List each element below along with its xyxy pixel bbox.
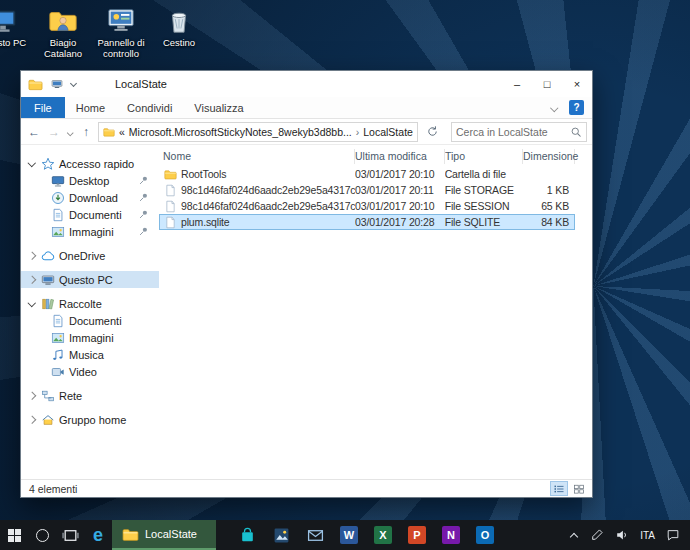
column-header-size[interactable]: Dimensione bbox=[523, 149, 575, 164]
back-button[interactable]: ← bbox=[26, 125, 42, 139]
desktop-icon-user-folder[interactable]: Biagio Catalano bbox=[34, 6, 92, 59]
search-icon bbox=[570, 126, 582, 138]
volume-icon[interactable] bbox=[615, 528, 629, 542]
minimize-button[interactable]: – bbox=[502, 71, 532, 97]
tab-condividi[interactable]: Condividi bbox=[116, 97, 183, 118]
forward-button[interactable]: → bbox=[46, 125, 62, 139]
onenote-icon: N bbox=[442, 526, 460, 544]
start-button[interactable] bbox=[0, 520, 28, 550]
address-bar: ← → ↑ « Microsoft.MicrosoftStickyNotes_8… bbox=[21, 119, 592, 145]
file-size: 84 KB bbox=[522, 216, 574, 228]
desktop-icon-label: Cestino bbox=[150, 37, 208, 48]
sidebar-item-musica[interactable]: Musica bbox=[21, 346, 159, 363]
qat-customize-icon[interactable] bbox=[69, 80, 77, 88]
sidebar-item-onedrive[interactable]: OneDrive bbox=[21, 247, 159, 264]
maximize-button[interactable]: □ bbox=[532, 71, 562, 97]
column-header-type[interactable]: Tipo bbox=[445, 149, 523, 164]
thumbnails-view-button[interactable] bbox=[570, 481, 588, 496]
tray-expand-icon[interactable] bbox=[570, 531, 579, 540]
chevron-collapsed-icon[interactable] bbox=[27, 415, 37, 425]
details-view-button[interactable] bbox=[550, 481, 568, 496]
word-button[interactable]: W bbox=[332, 520, 366, 550]
refresh-button[interactable] bbox=[422, 122, 442, 142]
desktop-icon-questo-pc[interactable]: Questo PC bbox=[0, 6, 32, 48]
sidebar-item-raccolte-immagini[interactable]: Immagini bbox=[21, 329, 159, 346]
sidebar-item-video[interactable]: Video bbox=[21, 363, 159, 380]
file-row-storage[interactable]: 98c1d46faf024d6aadc2eb29e5a4317c.stor...… bbox=[159, 182, 575, 198]
sidebar-item-desktop[interactable]: Desktop bbox=[21, 172, 159, 189]
onenote-button[interactable]: N bbox=[434, 520, 468, 550]
breadcrumb[interactable]: « Microsoft.MicrosoftStickyNotes_8wekyb3… bbox=[98, 122, 418, 142]
location-folder-icon bbox=[103, 126, 115, 138]
tab-file[interactable]: File bbox=[21, 97, 65, 118]
tab-visualizza[interactable]: Visualizza bbox=[183, 97, 254, 118]
desktop-icon-recycle-bin[interactable]: Cestino bbox=[150, 6, 208, 48]
breadcrumb-parent-segment[interactable]: Microsoft.MicrosoftStickyNotes_8wekyb3d8… bbox=[129, 126, 352, 138]
sidebar-item-gruppo-home[interactable]: Gruppo home bbox=[21, 411, 159, 428]
mail-button[interactable] bbox=[298, 520, 332, 550]
sidebar-item-raccolte[interactable]: Raccolte bbox=[21, 295, 159, 312]
taskbar-explorer-button[interactable]: LocalState bbox=[112, 520, 216, 550]
sidebar-item-rete[interactable]: Rete bbox=[21, 387, 159, 404]
cortana-search-button[interactable] bbox=[28, 520, 56, 550]
edge-button[interactable]: e bbox=[84, 520, 112, 550]
folder-icon bbox=[122, 526, 139, 543]
chevron-expanded-icon[interactable] bbox=[27, 299, 37, 309]
file-modified: 03/01/2017 20:10 bbox=[355, 168, 445, 180]
chevron-collapsed-icon[interactable] bbox=[27, 275, 37, 285]
file-row-roottools[interactable]: RootTools 03/01/2017 20:10 Cartella di f… bbox=[159, 166, 575, 182]
window-title: LocalState bbox=[115, 78, 167, 90]
pen-icon[interactable] bbox=[590, 528, 604, 542]
desktop-icon-label: Pannello di controllo bbox=[92, 37, 150, 59]
breadcrumb-overflow[interactable]: « bbox=[119, 126, 125, 138]
desktop-icon-control-panel[interactable]: Pannello di controllo bbox=[92, 6, 150, 59]
store-button[interactable] bbox=[230, 520, 264, 550]
file-type: Cartella di file bbox=[445, 168, 523, 180]
sidebar-item-accesso-rapido[interactable]: Accesso rapido bbox=[21, 155, 159, 172]
chevron-collapsed-icon[interactable] bbox=[27, 251, 37, 261]
search-input[interactable] bbox=[456, 126, 570, 138]
cortana-circle-icon bbox=[36, 529, 49, 542]
language-indicator[interactable]: ITA bbox=[640, 530, 655, 541]
photos-button[interactable] bbox=[264, 520, 298, 550]
powerpoint-icon: P bbox=[408, 526, 426, 544]
sidebar-item-immagini[interactable]: Immagini bbox=[21, 223, 159, 240]
expand-ribbon-icon[interactable] bbox=[549, 103, 559, 113]
breadcrumb-current-segment[interactable]: LocalState bbox=[363, 126, 413, 138]
outlook-button[interactable]: O bbox=[468, 520, 502, 550]
excel-button[interactable]: X bbox=[366, 520, 400, 550]
help-button[interactable]: ? bbox=[569, 100, 584, 115]
chevron-expanded-icon[interactable] bbox=[27, 159, 37, 169]
pin-icon bbox=[138, 226, 149, 237]
tab-home[interactable]: Home bbox=[65, 97, 116, 118]
sidebar-item-raccolte-documenti[interactable]: Documenti bbox=[21, 312, 159, 329]
file-name: plum.sqlite bbox=[181, 216, 230, 228]
recent-locations-icon[interactable] bbox=[66, 128, 74, 134]
file-icon bbox=[164, 184, 177, 197]
close-button[interactable]: × bbox=[562, 71, 592, 97]
sidebar-item-label: Raccolte bbox=[59, 298, 102, 310]
file-name: RootTools bbox=[181, 168, 226, 180]
windows-logo-icon bbox=[8, 529, 21, 542]
desktop-icon-label: Questo PC bbox=[0, 37, 32, 48]
up-button[interactable]: ↑ bbox=[78, 125, 94, 139]
powerpoint-button[interactable]: P bbox=[400, 520, 434, 550]
details-view-icon bbox=[553, 483, 565, 495]
libraries-icon bbox=[41, 297, 55, 311]
item-count: 4 elementi bbox=[29, 483, 77, 495]
this-pc-icon bbox=[0, 6, 18, 36]
window-titlebar[interactable]: LocalState – □ × bbox=[21, 71, 592, 97]
network-icon bbox=[41, 389, 55, 403]
notification-center-icon[interactable] bbox=[666, 528, 680, 542]
file-size: 65 KB bbox=[522, 200, 574, 212]
column-header-name[interactable]: Nome bbox=[159, 149, 355, 164]
sidebar-item-download[interactable]: Download bbox=[21, 189, 159, 206]
qat-computer-icon[interactable] bbox=[51, 78, 63, 90]
file-row-plum-sqlite[interactable]: plum.sqlite 03/01/2017 20:28 File SQLITE… bbox=[159, 214, 575, 230]
column-header-modified[interactable]: Ultima modifica bbox=[355, 149, 445, 164]
file-row-session[interactable]: 98c1d46faf024d6aadc2eb29e5a4317c.stor...… bbox=[159, 198, 575, 214]
sidebar-item-documenti[interactable]: Documenti bbox=[21, 206, 159, 223]
chevron-collapsed-icon[interactable] bbox=[27, 391, 37, 401]
sidebar-item-questo-pc[interactable]: Questo PC bbox=[21, 271, 159, 288]
task-view-button[interactable] bbox=[56, 520, 84, 550]
